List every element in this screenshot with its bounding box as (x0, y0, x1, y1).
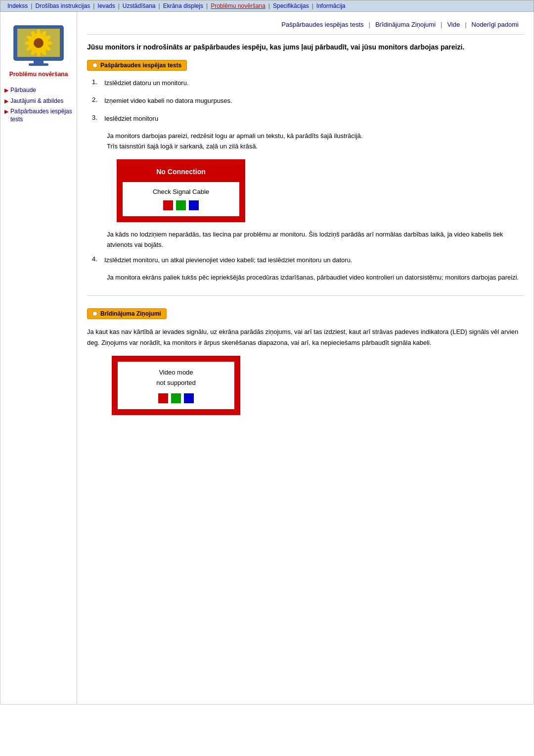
green-square (176, 200, 186, 210)
svg-point-14 (25, 41, 33, 45)
subnav-pasparbaudes[interactable]: Pašpārbaudes iespējas tests (276, 21, 368, 28)
svg-point-4 (34, 38, 44, 48)
sidebar-item-parbaude[interactable]: ▶ Pārbaude (4, 87, 73, 94)
subnav-vide[interactable]: Vide (442, 21, 465, 28)
page-content: Jūsu monitors ir nodrošināts ar pašpārba… (87, 35, 524, 430)
nav-uzstadisana[interactable]: Uzstādīšana (120, 2, 159, 9)
video-mode-text: Video mode not supported (124, 368, 228, 388)
blue-square (189, 200, 199, 210)
steps-list: 1. Izslēdziet datoru un monitoru. 2. Izņ… (92, 78, 524, 283)
step-num-3: 3. (92, 114, 104, 121)
nav-problemu[interactable]: Problēmu novēršana (208, 2, 268, 9)
section-divider (87, 295, 524, 296)
main-layout: Problēmu novēršana ▶ Pārbaude ▶ Jautājum… (0, 12, 534, 705)
nav-ekrana[interactable]: Ekrāna displejs (160, 2, 206, 9)
red-square (163, 200, 173, 210)
video-color-squares (124, 393, 228, 403)
sub-navigation: Pašpārbaudes iespējas tests | Brīdinājum… (87, 17, 524, 35)
tab-button-label: Pašpārbaudes iespējas tests (100, 62, 181, 69)
sidebar-menu: ▶ Pārbaude ▶ Jautājumi & atbildes ▶ Pašp… (0, 87, 77, 123)
main-title: Jūsu monitors ir nodrošināts ar pašpārba… (87, 42, 524, 52)
subnav-noderigi[interactable]: Noderīgi padomi (467, 21, 524, 28)
video-mode-box: Video mode not supported (112, 356, 240, 415)
step-2: 2. Izņemiet video kabeli no datora mugur… (92, 96, 524, 106)
arrow-icon-2: ▶ (4, 108, 8, 115)
no-connection-box: No Connection Check Signal Cable (117, 159, 245, 222)
video-blue-square (184, 393, 194, 403)
content-area: Pašpārbaudes iespējas tests | Brīdinājum… (77, 12, 534, 704)
sidebar-item-pasparbaudes[interactable]: ▶ Pašpārbaudes iespējas tests (4, 108, 73, 123)
step-text-1: Izslēdziet datoru un monitoru. (104, 78, 189, 89)
svg-point-5 (37, 29, 41, 37)
warning-dot-icon (92, 311, 97, 316)
subnav-bridinajuma[interactable]: Brīdinājuma Ziņojumi (370, 21, 441, 28)
warning-description: Ja kaut kas nav kārtībā ar ievades signā… (87, 327, 524, 348)
description-after-box: Ja kāds no lodziņiem neparādās, tas liec… (107, 230, 524, 250)
tab-dot-icon (92, 63, 97, 68)
arrow-icon-0: ▶ (4, 87, 8, 94)
step-3: 3. Ieslēdziet monitoru (92, 114, 524, 124)
sidebar-link-pasparbaudes[interactable]: Pašpārbaudes iespējas tests (10, 108, 73, 123)
svg-point-8 (44, 41, 52, 45)
top-navigation: Indekss | Drošības instrukcijas | Ievads… (0, 0, 534, 12)
signal-color-squares (129, 200, 233, 210)
step-text-3: Ieslēdziet monitoru (104, 114, 158, 124)
nav-drosibas[interactable]: Drošības instrukcijas (32, 2, 93, 9)
step-num-2: 2. (92, 96, 104, 103)
nav-indekss[interactable]: Indekss (4, 2, 31, 9)
nav-informacija[interactable]: Informācija (313, 2, 349, 9)
sidebar-logo-area: Problēmu novēršana (0, 17, 77, 87)
warning-tab-label: Brīdinājuma Ziņojumi (100, 310, 161, 317)
sidebar-item-jautajumi[interactable]: ▶ Jautājumi & atbildes (4, 97, 73, 105)
step-num-4: 4. (92, 255, 104, 263)
svg-rect-18 (29, 63, 48, 66)
sidebar-link-parbaude[interactable]: Pārbaude (10, 87, 36, 94)
sidebar-link-jautajumi[interactable]: Jautājumi & atbildes (10, 97, 63, 105)
step-text-2: Izņemiet video kabeli no datora mugurpus… (104, 96, 232, 106)
nav-ievads[interactable]: Ievads (94, 2, 118, 9)
arrow-icon-1: ▶ (4, 98, 8, 104)
monitor-illustration (11, 21, 66, 71)
step-text-4: Izslēdziet monitoru, un atkal pievienoji… (104, 255, 353, 266)
bridinajuma-tab-button[interactable]: Brīdinājuma Ziņojumi (87, 308, 167, 319)
svg-rect-17 (34, 60, 44, 63)
step-1: 1. Izslēdziet datoru un monitoru. (92, 78, 524, 89)
sidebar-title: Problēmu novēršana (5, 71, 72, 78)
description-after-step4: Ja monitora ekrāns paliek tukšs pēc iepr… (107, 273, 524, 283)
signal-box-subtitle: Check Signal Cable (129, 188, 233, 195)
svg-point-11 (37, 49, 41, 57)
pasparbaudes-tab-button[interactable]: Pašpārbaudes iespējas tests (87, 60, 187, 71)
sidebar: Problēmu novēršana ▶ Pārbaude ▶ Jautājum… (0, 12, 77, 704)
warning-section: Brīdinājuma Ziņojumi Ja kaut kas nav kār… (87, 308, 524, 415)
video-green-square (171, 393, 181, 403)
video-red-square (158, 393, 168, 403)
nav-specifikacijas[interactable]: Specifikācijas (270, 2, 312, 9)
signal-box-body: Check Signal Cable (123, 182, 239, 216)
step-num-1: 1. (92, 78, 104, 86)
step-4: 4. Izslēdziet monitoru, un atkal pievien… (92, 255, 524, 266)
signal-box-title: No Connection (123, 165, 239, 178)
video-box-body: Video mode not supported (118, 362, 234, 409)
description-after-step3: Ja monitors darbojas pareizi, redzēsit l… (107, 131, 524, 152)
